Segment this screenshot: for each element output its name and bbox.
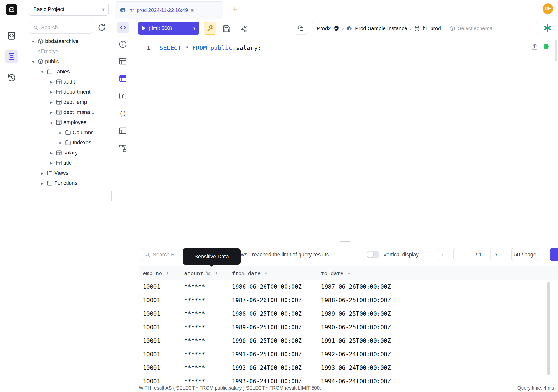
tree-item-functions[interactable]: ▸Functions	[23, 178, 112, 188]
database-nav-active[interactable]	[5, 50, 18, 63]
tree-item-bbdataarchive[interactable]: ▾bbdataarchive	[23, 36, 112, 46]
sql-editor-nav-icon[interactable]	[7, 31, 17, 41]
parentheses-icon[interactable]: ()	[119, 109, 127, 118]
format-sql-button[interactable]	[204, 22, 217, 35]
sidebar-search[interactable]	[29, 21, 92, 34]
tree-item-label: Columns	[73, 129, 94, 136]
tree-item-dept-mana[interactable]: ▸dept_mana...	[23, 107, 112, 117]
run-query-button[interactable]: (limit 500) ▾	[138, 22, 199, 35]
editor-side-strip: ()	[112, 18, 133, 241]
tree-item-title[interactable]: ▸title	[23, 158, 112, 168]
table-cell-filler	[407, 375, 558, 384]
tree-item-department[interactable]: ▸department	[23, 87, 112, 97]
caret-icon[interactable]: ▾	[30, 59, 36, 64]
user-avatar[interactable]: DE	[542, 3, 553, 14]
editor-tab-active[interactable]: hr_prod 2024-11-22 16:49	[115, 1, 223, 18]
app-logo[interactable]	[6, 4, 17, 16]
table-cell: 10001	[139, 334, 180, 348]
code-token	[207, 44, 210, 52]
column-header-amount[interactable]: amount	[180, 267, 228, 280]
sort-icon[interactable]	[164, 270, 169, 276]
upload-icon[interactable]	[531, 43, 538, 50]
copy-connection-button[interactable]	[295, 22, 307, 35]
tree-item-empty[interactable]: <Empty>	[23, 46, 112, 56]
page-number-input[interactable]: 1	[453, 248, 472, 261]
sidebar-search-input[interactable]	[41, 24, 88, 31]
tree-item-views[interactable]: ▸Views	[23, 168, 112, 178]
tree-item-salary[interactable]: ▸salary	[23, 148, 112, 158]
new-tab-button[interactable]: +	[229, 4, 240, 15]
next-page-button[interactable]: ›	[490, 248, 502, 261]
tree-item-label: Tables	[54, 69, 70, 75]
share-icon[interactable]	[240, 25, 247, 33]
schema-icon	[37, 38, 44, 44]
refresh-icon[interactable]	[97, 23, 106, 32]
page-size-select[interactable]: 50 / page	[511, 248, 539, 261]
column-header-from_date[interactable]: from_date	[228, 267, 317, 280]
tree-item-tables[interactable]: ▾Tables	[23, 67, 112, 77]
caret-icon[interactable]: ▾	[39, 69, 45, 75]
app-window: Basic Project ▾ ▾bbdataarchive<Empty>▾pu…	[0, 0, 558, 392]
tree-item-dept-emp[interactable]: ▸dept_emp	[23, 97, 112, 107]
editor-code-line[interactable]: SELECT * FROM public.salary;	[159, 43, 262, 53]
caret-icon[interactable]: ▸	[49, 110, 54, 115]
postgres-icon	[346, 25, 353, 32]
folder-icon	[47, 69, 53, 75]
editor-scrollbar-thumb[interactable]	[555, 40, 557, 61]
splitter-handle[interactable]	[340, 240, 351, 240]
column-header-to_date[interactable]: to_date	[317, 267, 407, 280]
table-icon	[56, 160, 62, 166]
caret-icon[interactable]: ▾	[30, 39, 36, 44]
database-label: hr_prod	[423, 25, 441, 32]
caret-icon[interactable]: ▸	[49, 160, 54, 166]
table-cell: ******	[180, 375, 228, 384]
panel-action-button[interactable]	[550, 248, 558, 261]
tree-item-employee[interactable]: ▾employee	[23, 117, 112, 127]
column-header-label: to_date	[321, 270, 343, 276]
table-panel-icon[interactable]	[119, 57, 127, 66]
tree-item-audit[interactable]: ▸audit	[23, 77, 112, 87]
schema-selector[interactable]: Select schema	[445, 25, 497, 32]
project-select[interactable]: Basic Project ▾	[29, 3, 109, 16]
sql-editor[interactable]: 1 SELECT * FROM public.salary;	[133, 38, 558, 241]
table-cell-filler	[407, 294, 558, 307]
function-icon[interactable]	[119, 92, 127, 100]
tree-item-public[interactable]: ▾public	[23, 56, 112, 67]
prev-page-button[interactable]: ‹	[437, 248, 448, 261]
environment-selector[interactable]: Prod2	[317, 25, 340, 32]
caret-icon[interactable]: ▸	[39, 181, 45, 186]
caret-icon[interactable]: ▸	[49, 89, 54, 95]
caret-icon[interactable]: ▸	[39, 170, 45, 176]
caret-icon[interactable]: ▸	[49, 99, 54, 105]
instance-selector[interactable]: Prod Sample Instance	[346, 25, 407, 32]
sort-icon[interactable]	[345, 270, 351, 276]
database-selector[interactable]: hr_prod	[414, 25, 441, 32]
history-nav-icon[interactable]	[7, 73, 17, 83]
column-header-emp_no[interactable]: emp_no	[139, 267, 180, 280]
save-icon[interactable]	[223, 25, 231, 33]
info-icon[interactable]	[119, 40, 127, 49]
tree-item-columns[interactable]: ▸Columns	[23, 127, 112, 138]
results-scrollbar-thumb[interactable]	[547, 282, 550, 375]
tree-item-indexes[interactable]: ▸Indexes	[23, 138, 112, 148]
data-grid-icon[interactable]	[119, 74, 127, 83]
caret-icon[interactable]: ▸	[58, 130, 63, 135]
ai-assistant-icon[interactable]	[542, 23, 552, 33]
sort-icon[interactable]	[262, 270, 268, 276]
caret-icon[interactable]: ▸	[58, 140, 63, 146]
table-cell: 1988-06-25T00:00:00Z	[317, 294, 407, 307]
splitter-handle[interactable]	[340, 241, 351, 242]
sort-icon[interactable]	[213, 270, 218, 276]
eye-off-icon[interactable]	[205, 270, 211, 276]
caret-icon[interactable]: ▸	[49, 150, 54, 156]
code-panel-button[interactable]	[117, 22, 129, 33]
table-cell: ******	[180, 334, 228, 348]
schema-diagram-icon[interactable]	[119, 144, 127, 153]
caret-icon[interactable]: ▸	[49, 79, 54, 85]
caret-icon[interactable]: ▾	[49, 120, 54, 125]
run-options-chevron[interactable]: ▾	[193, 25, 195, 31]
table-structure-icon[interactable]	[119, 126, 127, 135]
code-icon	[119, 24, 126, 31]
vertical-display-toggle[interactable]	[366, 251, 379, 258]
limit-reached-note: ws - reached the limit of query results	[241, 248, 329, 261]
